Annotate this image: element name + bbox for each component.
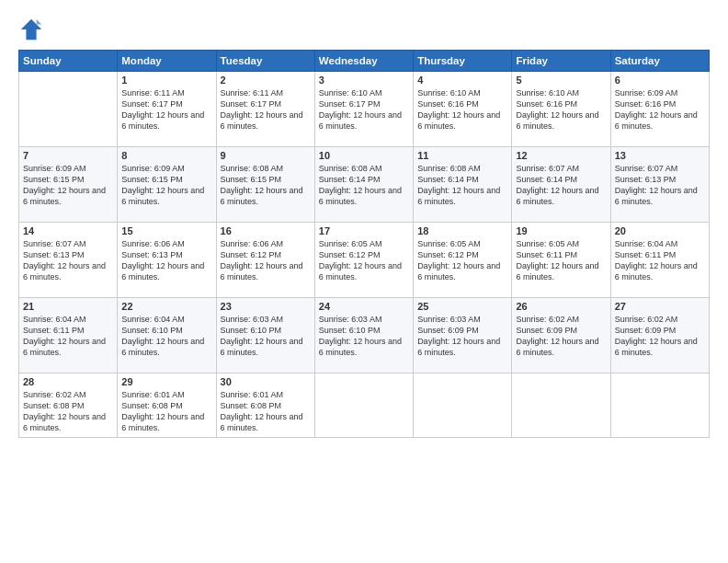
day-number: 20 bbox=[615, 225, 705, 236]
calendar-cell bbox=[610, 373, 709, 438]
cell-info: Sunrise: 6:10 AMSunset: 6:16 PMDaylight:… bbox=[516, 88, 598, 131]
calendar-cell: 10 Sunrise: 6:08 AMSunset: 6:14 PMDaylig… bbox=[314, 147, 413, 223]
day-number: 2 bbox=[221, 75, 311, 86]
calendar-cell bbox=[314, 373, 413, 438]
calendar-week-3: 14 Sunrise: 6:07 AMSunset: 6:13 PMDaylig… bbox=[19, 223, 710, 298]
cell-info: Sunrise: 6:09 AMSunset: 6:16 PMDaylight:… bbox=[615, 88, 698, 131]
calendar-cell: 29 Sunrise: 6:01 AMSunset: 6:08 PMDaylig… bbox=[118, 373, 216, 438]
logo bbox=[18, 17, 48, 42]
calendar-cell: 30 Sunrise: 6:01 AMSunset: 6:08 PMDaylig… bbox=[216, 373, 314, 438]
weekday-header-monday: Monday bbox=[118, 51, 216, 72]
weekday-header-thursday: Thursday bbox=[414, 51, 512, 72]
day-number: 1 bbox=[121, 75, 211, 86]
calendar-cell: 26 Sunrise: 6:02 AMSunset: 6:09 PMDaylig… bbox=[512, 298, 610, 373]
calendar-cell: 5 Sunrise: 6:10 AMSunset: 6:16 PMDayligh… bbox=[512, 72, 610, 147]
day-number: 26 bbox=[516, 301, 606, 312]
calendar-cell: 8 Sunrise: 6:09 AMSunset: 6:15 PMDayligh… bbox=[118, 147, 216, 223]
day-number: 12 bbox=[516, 150, 606, 161]
day-number: 5 bbox=[516, 75, 606, 86]
cell-info: Sunrise: 6:11 AMSunset: 6:17 PMDaylight:… bbox=[121, 88, 204, 131]
day-number: 29 bbox=[121, 376, 211, 387]
calendar-cell: 13 Sunrise: 6:07 AMSunset: 6:13 PMDaylig… bbox=[610, 147, 709, 223]
day-number: 4 bbox=[417, 75, 507, 86]
weekday-header-row: SundayMondayTuesdayWednesdayThursdayFrid… bbox=[19, 51, 710, 72]
calendar-cell: 12 Sunrise: 6:07 AMSunset: 6:14 PMDaylig… bbox=[512, 147, 610, 223]
day-number: 16 bbox=[221, 225, 311, 236]
calendar-cell: 9 Sunrise: 6:08 AMSunset: 6:15 PMDayligh… bbox=[216, 147, 314, 223]
cell-info: Sunrise: 6:04 AMSunset: 6:11 PMDaylight:… bbox=[23, 315, 106, 357]
header bbox=[18, 17, 710, 42]
cell-info: Sunrise: 6:01 AMSunset: 6:08 PMDaylight:… bbox=[221, 390, 303, 432]
day-number: 8 bbox=[121, 150, 211, 161]
cell-info: Sunrise: 6:02 AMSunset: 6:09 PMDaylight:… bbox=[516, 315, 598, 357]
logo-icon bbox=[18, 17, 44, 42]
cell-info: Sunrise: 6:05 AMSunset: 6:12 PMDaylight:… bbox=[319, 239, 402, 282]
calendar-cell: 6 Sunrise: 6:09 AMSunset: 6:16 PMDayligh… bbox=[610, 72, 709, 147]
calendar-week-2: 7 Sunrise: 6:09 AMSunset: 6:15 PMDayligh… bbox=[19, 147, 710, 223]
day-number: 19 bbox=[516, 225, 606, 236]
day-number: 10 bbox=[319, 150, 409, 161]
cell-info: Sunrise: 6:09 AMSunset: 6:15 PMDaylight:… bbox=[23, 164, 106, 206]
weekday-header-tuesday: Tuesday bbox=[216, 51, 314, 72]
calendar-cell: 16 Sunrise: 6:06 AMSunset: 6:12 PMDaylig… bbox=[216, 223, 314, 298]
day-number: 18 bbox=[417, 225, 507, 236]
page: SundayMondayTuesdayWednesdayThursdayFrid… bbox=[0, 0, 728, 563]
cell-info: Sunrise: 6:03 AMSunset: 6:10 PMDaylight:… bbox=[319, 315, 402, 357]
cell-info: Sunrise: 6:03 AMSunset: 6:09 PMDaylight:… bbox=[417, 315, 500, 357]
calendar-cell: 14 Sunrise: 6:07 AMSunset: 6:13 PMDaylig… bbox=[19, 223, 118, 298]
day-number: 27 bbox=[615, 301, 705, 312]
calendar-cell: 15 Sunrise: 6:06 AMSunset: 6:13 PMDaylig… bbox=[118, 223, 216, 298]
cell-info: Sunrise: 6:10 AMSunset: 6:16 PMDaylight:… bbox=[417, 88, 500, 131]
cell-info: Sunrise: 6:08 AMSunset: 6:14 PMDaylight:… bbox=[319, 164, 402, 206]
day-number: 21 bbox=[23, 301, 113, 312]
calendar-cell: 2 Sunrise: 6:11 AMSunset: 6:17 PMDayligh… bbox=[216, 72, 314, 147]
day-number: 28 bbox=[23, 376, 113, 387]
cell-info: Sunrise: 6:02 AMSunset: 6:09 PMDaylight:… bbox=[615, 315, 698, 357]
cell-info: Sunrise: 6:05 AMSunset: 6:12 PMDaylight:… bbox=[417, 239, 500, 282]
svg-marker-1 bbox=[37, 19, 42, 25]
calendar-cell: 22 Sunrise: 6:04 AMSunset: 6:10 PMDaylig… bbox=[118, 298, 216, 373]
day-number: 6 bbox=[615, 75, 705, 86]
calendar-cell: 19 Sunrise: 6:05 AMSunset: 6:11 PMDaylig… bbox=[512, 223, 610, 298]
day-number: 25 bbox=[417, 301, 507, 312]
cell-info: Sunrise: 6:07 AMSunset: 6:13 PMDaylight:… bbox=[23, 239, 106, 282]
cell-info: Sunrise: 6:06 AMSunset: 6:13 PMDaylight:… bbox=[121, 239, 204, 282]
weekday-header-friday: Friday bbox=[512, 51, 610, 72]
calendar-cell: 24 Sunrise: 6:03 AMSunset: 6:10 PMDaylig… bbox=[314, 298, 413, 373]
calendar-cell: 11 Sunrise: 6:08 AMSunset: 6:14 PMDaylig… bbox=[414, 147, 512, 223]
cell-info: Sunrise: 6:11 AMSunset: 6:17 PMDaylight:… bbox=[221, 88, 303, 131]
cell-info: Sunrise: 6:09 AMSunset: 6:15 PMDaylight:… bbox=[121, 164, 204, 206]
calendar-cell: 7 Sunrise: 6:09 AMSunset: 6:15 PMDayligh… bbox=[19, 147, 118, 223]
cell-info: Sunrise: 6:07 AMSunset: 6:14 PMDaylight:… bbox=[516, 164, 598, 206]
cell-info: Sunrise: 6:04 AMSunset: 6:11 PMDaylight:… bbox=[615, 239, 698, 282]
day-number: 22 bbox=[121, 301, 211, 312]
calendar-cell: 28 Sunrise: 6:02 AMSunset: 6:08 PMDaylig… bbox=[19, 373, 118, 438]
calendar-table: SundayMondayTuesdayWednesdayThursdayFrid… bbox=[18, 50, 710, 438]
calendar-cell: 20 Sunrise: 6:04 AMSunset: 6:11 PMDaylig… bbox=[610, 223, 709, 298]
calendar-cell bbox=[19, 72, 118, 147]
cell-info: Sunrise: 6:08 AMSunset: 6:14 PMDaylight:… bbox=[417, 164, 500, 206]
day-number: 7 bbox=[23, 150, 113, 161]
cell-info: Sunrise: 6:04 AMSunset: 6:10 PMDaylight:… bbox=[121, 315, 204, 357]
day-number: 3 bbox=[319, 75, 409, 86]
day-number: 23 bbox=[221, 301, 311, 312]
calendar-cell: 21 Sunrise: 6:04 AMSunset: 6:11 PMDaylig… bbox=[19, 298, 118, 373]
day-number: 13 bbox=[615, 150, 705, 161]
cell-info: Sunrise: 6:06 AMSunset: 6:12 PMDaylight:… bbox=[221, 239, 303, 282]
calendar-cell: 25 Sunrise: 6:03 AMSunset: 6:09 PMDaylig… bbox=[414, 298, 512, 373]
cell-info: Sunrise: 6:10 AMSunset: 6:17 PMDaylight:… bbox=[319, 88, 402, 131]
calendar-cell: 27 Sunrise: 6:02 AMSunset: 6:09 PMDaylig… bbox=[610, 298, 709, 373]
cell-info: Sunrise: 6:02 AMSunset: 6:08 PMDaylight:… bbox=[23, 390, 106, 432]
calendar-cell: 17 Sunrise: 6:05 AMSunset: 6:12 PMDaylig… bbox=[314, 223, 413, 298]
cell-info: Sunrise: 6:07 AMSunset: 6:13 PMDaylight:… bbox=[615, 164, 698, 206]
day-number: 30 bbox=[221, 376, 311, 387]
calendar-cell: 1 Sunrise: 6:11 AMSunset: 6:17 PMDayligh… bbox=[118, 72, 216, 147]
calendar-cell: 23 Sunrise: 6:03 AMSunset: 6:10 PMDaylig… bbox=[216, 298, 314, 373]
day-number: 15 bbox=[121, 225, 211, 236]
calendar-cell bbox=[414, 373, 512, 438]
day-number: 14 bbox=[23, 225, 113, 236]
day-number: 24 bbox=[319, 301, 409, 312]
calendar-cell: 18 Sunrise: 6:05 AMSunset: 6:12 PMDaylig… bbox=[414, 223, 512, 298]
cell-info: Sunrise: 6:05 AMSunset: 6:11 PMDaylight:… bbox=[516, 239, 598, 282]
calendar-week-5: 28 Sunrise: 6:02 AMSunset: 6:08 PMDaylig… bbox=[19, 373, 710, 438]
